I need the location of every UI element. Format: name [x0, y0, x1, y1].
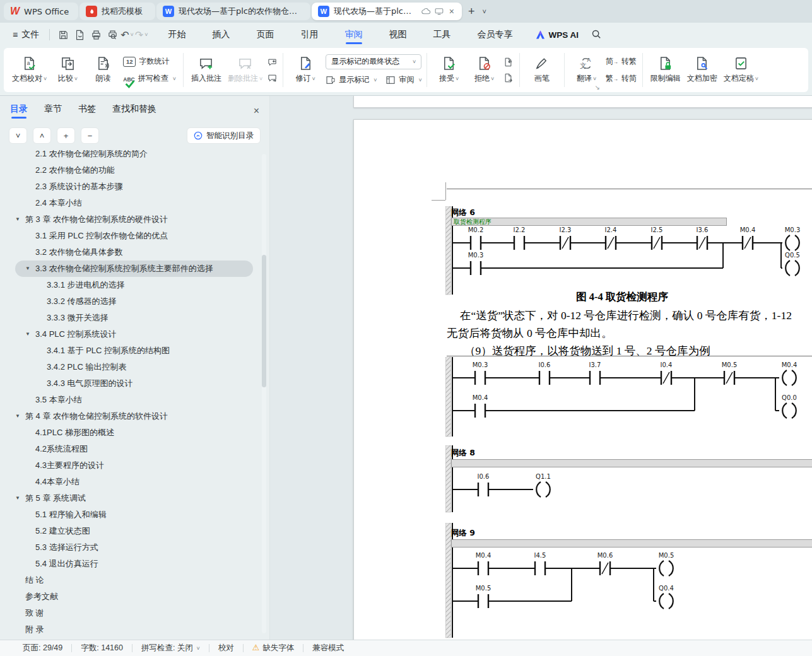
expand-arrow-icon[interactable]: ▼ [25, 326, 35, 343]
compare-button[interactable]: 比较˅ [50, 50, 85, 90]
toc-item[interactable]: 4.4本章小结 [0, 474, 259, 490]
toc-item[interactable]: 致 谢 [0, 605, 259, 621]
toc-item[interactable]: 3.4.1 基于 PLC 控制系统的结构图 [0, 343, 259, 359]
monitor-icon[interactable] [435, 8, 444, 15]
toc-item[interactable]: ▼第 4 章 农作物仓储控制系统的软件设计 [0, 408, 259, 425]
tab-document-2-active[interactable]: W 现代农场—基于plc的农作物仓 × [312, 3, 462, 20]
sidebar-scrollbar[interactable] [262, 154, 266, 633]
toc-item[interactable]: 5.3 选择运行方式 [0, 539, 259, 556]
toc-item[interactable]: ▼3.4 PLC 控制系统设计 [0, 326, 259, 343]
finalize-document-button[interactable]: 文档定稿˅ [721, 50, 762, 90]
close-tab-icon[interactable]: × [448, 6, 456, 16]
toc-item[interactable]: 2.4 本章小结 [0, 195, 259, 211]
expand-arrow-icon[interactable]: ▼ [15, 490, 25, 507]
menu-insert[interactable]: 插入 [211, 24, 232, 45]
expand-arrow-icon[interactable]: ▼ [15, 408, 25, 425]
toc-item[interactable]: 5.1 程序输入和编辑 [0, 507, 259, 523]
spell-check-button[interactable]: ABC 拼写检查˅ [123, 73, 176, 85]
track-changes-button[interactable]: 修订˅ [288, 50, 323, 90]
menu-home[interactable]: 开始 [167, 24, 187, 45]
toc-item[interactable]: 4.2系统流程图 [0, 441, 259, 457]
smart-toc-button[interactable]: 智能识别目录 [187, 127, 261, 144]
tab-wps-home[interactable]: W WPS Office [4, 3, 78, 20]
redo-button[interactable]: ↷ [135, 29, 143, 41]
redo-chevron-icon[interactable]: ˅ [143, 32, 149, 38]
tab-list-chevron-icon[interactable]: ˅ [480, 8, 489, 15]
search-icon[interactable] [591, 29, 601, 41]
toc-item[interactable]: 5.2 建立状态图 [0, 523, 259, 539]
toc-item[interactable]: 3.2 农作物仓储具体参数 [0, 244, 259, 261]
previous-revision-button[interactable] [502, 57, 515, 68]
traditional-to-simplified-button[interactable]: 繁→转简 [606, 73, 637, 85]
ink-pen-button[interactable]: 画笔 [524, 50, 560, 90]
tab-document-1[interactable]: W 现代农场—基于plc的农作物仓储控制 [156, 3, 310, 20]
wps-ai-button[interactable]: WPS AI [536, 30, 579, 40]
previous-comment-button[interactable] [266, 57, 278, 68]
review-panel-button[interactable]: 审阅˅ [385, 74, 421, 86]
expand-arrow-icon[interactable]: ▼ [15, 211, 25, 228]
file-menu-button[interactable]: ≡ 文件 [8, 29, 44, 40]
next-revision-button[interactable] [502, 73, 515, 84]
next-comment-button[interactable] [266, 73, 278, 84]
zoom-in-toc-button[interactable]: + [57, 127, 75, 144]
menu-view[interactable]: 视图 [388, 24, 408, 45]
close-sidebar-icon[interactable]: × [254, 105, 259, 117]
missing-font-warning[interactable]: ⚠缺失字体 [252, 643, 295, 653]
toc-item[interactable]: ▼第 5 章 系统调试 [0, 490, 259, 507]
toc-item[interactable]: 2.1 农作物仓储控制系统的简介 [0, 150, 259, 162]
new-tab-button[interactable]: + [463, 5, 480, 18]
toc-item[interactable]: 结 论 [0, 572, 259, 589]
proofread-button[interactable]: 校对 [218, 643, 234, 653]
insert-comment-button[interactable]: 插入批注 [188, 50, 225, 90]
toc-item[interactable]: 3.3.1 步进电机的选择 [0, 277, 259, 293]
toc-item[interactable]: ▼3.3 农作物仓储控制系统控制系统主要部件的选择 [15, 261, 253, 277]
toc-item[interactable]: 3.3.2 传感器的选择 [0, 293, 259, 310]
word-count-indicator[interactable]: 字数: 14160 [81, 643, 123, 653]
save-button[interactable] [55, 27, 71, 42]
print-preview-button[interactable] [104, 27, 121, 42]
cloud-sync-icon[interactable] [421, 8, 431, 15]
expand-all-button[interactable]: ˅ [9, 127, 27, 144]
expand-arrow-icon[interactable]: ▼ [25, 261, 35, 277]
sidebar-tab-chapter[interactable]: 章节 [44, 103, 62, 119]
tab-docer[interactable]: 找稻壳模板 [79, 3, 155, 20]
menu-review[interactable]: 审阅 [344, 24, 364, 45]
restrict-editing-button[interactable]: 限制编辑 [647, 50, 684, 90]
menu-page[interactable]: 页面 [256, 24, 276, 45]
reject-revision-button[interactable]: 拒绝˅ [467, 50, 502, 90]
undo-chevron-icon[interactable]: ˅ [129, 32, 135, 38]
toc-item[interactable]: 3.1 采用 PLC 控制农作物仓储的优点 [0, 228, 259, 244]
spell-check-status[interactable]: 拼写检查: 关闭 ˅ [141, 643, 200, 653]
sidebar-scrollbar-thumb[interactable] [262, 255, 266, 387]
word-count-button[interactable]: 12 字数统计 [123, 56, 176, 68]
zoom-out-toc-button[interactable]: − [81, 127, 99, 144]
toc-item[interactable]: 3.4.3 电气原理图的设计 [0, 375, 259, 392]
document-page[interactable]: 图 4-4 取货检测程序 在“送货”状态下，对 0-12 号仓库进行检测，确认 … [353, 119, 812, 640]
show-markup-button[interactable]: 显示标记˅ [326, 74, 377, 86]
toc-item[interactable]: 参考文献 [0, 589, 259, 605]
markup-state-dropdown[interactable]: 显示标记的最终状态 ˅ [326, 54, 421, 69]
sidebar-tab-bookmark[interactable]: 书签 [78, 103, 96, 119]
doc-proof-button[interactable]: a 文档校对˅ [9, 50, 50, 90]
toc-item[interactable]: ▼第 3 章 农作物仓储控制系统的硬件设计 [0, 211, 259, 228]
toc-item[interactable]: 4.3主要程序的设计 [0, 457, 259, 474]
export-pdf-button[interactable] [71, 27, 88, 42]
sidebar-tab-toc[interactable]: 目录 [10, 103, 28, 119]
simplified-to-traditional-button[interactable]: 简→转繁 [606, 56, 637, 68]
menu-reference[interactable]: 引用 [300, 24, 320, 45]
toc-item[interactable]: 2.2 农作物仓储的功能 [0, 162, 259, 179]
toc-item[interactable]: 5.4 退出仿真运行 [0, 556, 259, 572]
toc-item[interactable]: 2.3 系统设计的基本步骤 [0, 179, 259, 195]
undo-button[interactable]: ↶ [121, 29, 129, 41]
menu-tools[interactable]: 工具 [432, 24, 452, 45]
sidebar-tab-find-replace[interactable]: 查找和替换 [112, 103, 156, 119]
toc-item[interactable]: 3.5 本章小结 [0, 392, 259, 408]
toc-item[interactable]: 3.4.2 PLC 输出控制表 [0, 359, 259, 375]
delete-comment-button[interactable]: 删除批注˅ [225, 50, 266, 90]
group-expand-icon[interactable]: ↘ [595, 84, 600, 91]
accept-revision-button[interactable]: 接受˅ [432, 50, 467, 90]
collapse-all-button[interactable]: ˄ [33, 127, 51, 144]
print-button[interactable] [88, 27, 104, 42]
page-indicator[interactable]: 页面: 29/49 [23, 643, 62, 653]
toc-item[interactable]: 附 录 [0, 621, 259, 637]
